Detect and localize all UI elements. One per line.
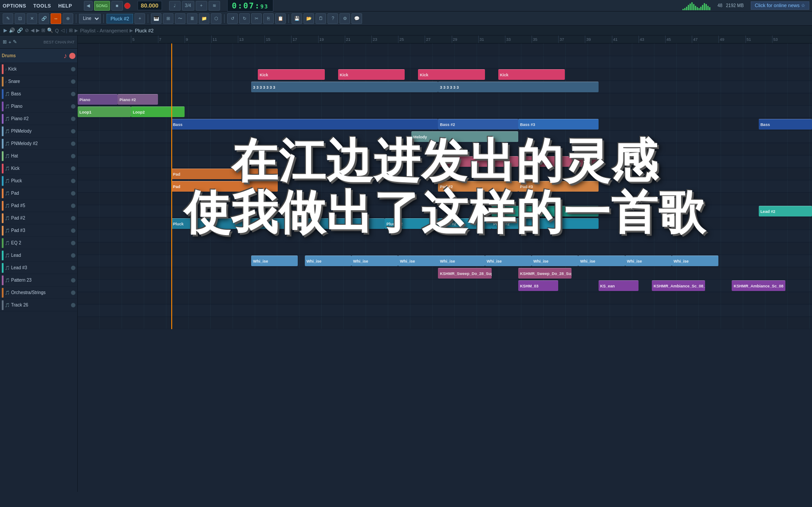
clip-block[interactable]: Pluck: [171, 218, 385, 229]
track-item[interactable]: 🎵Pluck: [0, 175, 77, 187]
select-mode-btn[interactable]: ⊡: [15, 13, 25, 24]
chat-btn[interactable]: 💬: [351, 13, 362, 24]
copy-btn[interactable]: ⎘: [263, 13, 274, 24]
news-button[interactable]: Click for online news ☆: [751, 1, 809, 10]
clip-block[interactable]: Chord: [518, 156, 599, 167]
track-item[interactable]: 🎵Pad: [0, 187, 77, 200]
undo-btn[interactable]: ↺: [227, 13, 238, 24]
piano-roll-btn[interactable]: 🎹: [151, 13, 162, 24]
automation-btn[interactable]: 〜: [175, 13, 185, 24]
clip-block[interactable]: Pluck #2: [438, 218, 491, 229]
track-item[interactable]: ♪Kick: [0, 63, 77, 75]
clip-block[interactable]: KSHMR_Sweep_Do_28_Super_Long: [518, 268, 572, 279]
waveform-btn[interactable]: ≋: [209, 1, 220, 11]
bpm-display[interactable]: 80.000: [138, 1, 162, 10]
clip-block[interactable]: Pluck #2: [385, 218, 438, 229]
clip-block[interactable]: Whi_ise: [485, 255, 532, 266]
redo-btn[interactable]: ↻: [239, 13, 250, 24]
grid-area[interactable]: KickKickKickKick3 3 3 3 3 3 33 3 3 3 3 3…: [78, 43, 812, 329]
save-btn[interactable]: 💾: [292, 13, 302, 24]
track-item[interactable]: 🎵PNMelody: [0, 125, 77, 138]
clip-block[interactable]: Kick: [418, 69, 485, 80]
clip-block[interactable]: 3 3 3 3 3 3: [438, 82, 598, 92]
plugin-label[interactable]: Pluck #2: [106, 14, 133, 24]
clip-block[interactable]: Whi_ise: [532, 255, 578, 266]
plugin-add-btn[interactable]: +: [134, 13, 145, 24]
clip-block[interactable]: Kick: [338, 69, 405, 80]
clip-block[interactable]: Kick: [258, 69, 324, 80]
metronome-btn[interactable]: ♩: [169, 1, 181, 11]
track-item[interactable]: 🎵Hat: [0, 150, 77, 162]
clip-block[interactable]: Pad #2: [438, 181, 518, 192]
clip-block[interactable]: Whi_ise: [672, 255, 718, 266]
clip-block[interactable]: KS_ean: [599, 280, 639, 291]
clip-block[interactable]: KSHM_03: [518, 280, 558, 291]
clip-block[interactable]: Piano: [78, 94, 118, 105]
erase-mode-btn[interactable]: ✕: [27, 13, 37, 24]
clip-block[interactable]: Lead: [492, 206, 599, 216]
line-select[interactable]: Line: [79, 14, 101, 24]
track-item[interactable]: 🎵Pattern 23: [0, 274, 77, 287]
cut-btn[interactable]: ✂: [251, 13, 262, 24]
track-item[interactable]: 🎵Track 26: [0, 299, 77, 311]
track-item[interactable]: ♪Snare: [0, 75, 77, 88]
mixer-btn[interactable]: ≣: [187, 13, 197, 24]
arrange-area[interactable]: 5791113151719212325272931333537394143454…: [78, 35, 812, 492]
track-group-drums[interactable]: Drums ♪: [0, 49, 77, 63]
prev-pattern-btn[interactable]: ◀: [84, 1, 93, 11]
settings-btn[interactable]: ⚙: [339, 13, 350, 24]
clip-block[interactable]: Chord: [438, 156, 518, 167]
clip-block[interactable]: Bass #3: [518, 119, 599, 130]
track-item[interactable]: 🎵Lead #3: [0, 262, 77, 274]
clip-block[interactable]: Whi_ise: [251, 255, 298, 266]
clip-block[interactable]: Kick: [498, 69, 565, 80]
step-seq-btn[interactable]: ⊞: [163, 13, 173, 24]
clip-block[interactable]: Loop1: [78, 106, 131, 117]
clip-block[interactable]: Bass #2: [438, 119, 518, 130]
menu-help[interactable]: HELP: [58, 3, 72, 8]
track-item[interactable]: 🎵Pad #5: [0, 200, 77, 212]
track-item[interactable]: 🎵Bass: [0, 88, 77, 100]
pattern-btn[interactable]: ⬡: [211, 13, 221, 24]
clip-block[interactable]: KSHMR_Ambiance_Sc_08: [732, 280, 785, 291]
track-item[interactable]: 🎵Pad #3: [0, 224, 77, 237]
clip-block[interactable]: Pad #3: [518, 181, 599, 192]
open-btn[interactable]: 📂: [304, 13, 314, 24]
magnet-btn[interactable]: 🔗: [39, 13, 49, 24]
clip-block[interactable]: Pad: [171, 169, 278, 179]
snap-mode-btn[interactable]: ↔: [51, 13, 61, 24]
draw-mode-btn[interactable]: ✎: [3, 13, 13, 24]
track-item[interactable]: 🎵EQ 2: [0, 237, 77, 249]
clip-block[interactable]: Piano #2: [118, 94, 158, 105]
new-btn[interactable]: 🗒: [315, 13, 326, 24]
clip-block[interactable]: Loop2: [131, 106, 184, 117]
plus-btn[interactable]: +: [196, 1, 207, 11]
clip-block[interactable]: Lead #2: [759, 206, 812, 216]
clip-block[interactable]: Whi_ise: [305, 255, 351, 266]
menu-options[interactable]: OPTIONS: [3, 3, 26, 8]
menu-tools[interactable]: TOOLS: [33, 3, 51, 8]
help-btn[interactable]: ?: [327, 13, 338, 24]
clip-block[interactable]: Pluck #2: [492, 218, 599, 229]
track-item[interactable]: 🎵Piano #2: [0, 113, 77, 125]
paste-btn[interactable]: 📋: [275, 13, 286, 24]
track-item[interactable]: 🎵Piano: [0, 100, 77, 113]
track-item[interactable]: 🎵PNMelody #2: [0, 138, 77, 150]
clip-block[interactable]: 3 3 3 3 3 3 3: [251, 82, 438, 92]
track-item[interactable]: 🎵Kick: [0, 162, 77, 175]
track-item[interactable]: 🎵Pad #2: [0, 212, 77, 224]
track-item[interactable]: 🎵Lead: [0, 249, 77, 262]
clip-block[interactable]: Bass: [759, 119, 812, 130]
time-sig-btn[interactable]: 3/4: [182, 1, 194, 11]
song-mode-btn[interactable]: SONG: [94, 1, 110, 11]
zoom-in-btn[interactable]: ⊕: [63, 13, 73, 24]
clip-block[interactable]: Whi_ise: [438, 255, 485, 266]
clip-block[interactable]: Whi_ise: [351, 255, 398, 266]
track-item[interactable]: 🎵Orchestra/Strings: [0, 287, 77, 299]
clip-block[interactable]: KSHMR_Ambiance_Sc_08_Jungle_Storm: [652, 280, 705, 291]
clip-block[interactable]: KSHMR_Sweep_Do_28_Super_Long: [438, 268, 491, 279]
clip-block[interactable]: Bass: [171, 119, 438, 130]
browser-btn[interactable]: 📁: [199, 13, 209, 24]
clip-block[interactable]: Pad: [171, 181, 278, 192]
clip-block[interactable]: Melody: [411, 131, 518, 142]
